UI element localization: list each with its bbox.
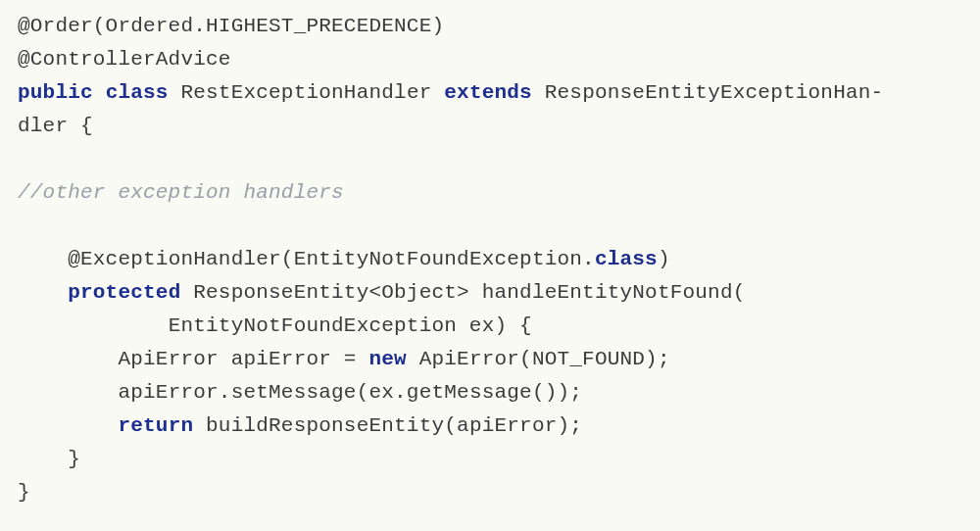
code-comment: //other exception handlers xyxy=(18,181,344,204)
keyword-class: class xyxy=(595,248,658,270)
keyword-public: public xyxy=(18,81,93,104)
code-line: } xyxy=(18,448,80,470)
keyword-extends: extends xyxy=(444,81,532,104)
code-text: @ExceptionHandler(EntityNotFoundExceptio… xyxy=(18,248,595,270)
code-text: ) xyxy=(658,248,670,270)
code-block: @Order(Ordered.HIGHEST_PRECEDENCE) @Cont… xyxy=(18,10,962,509)
code-line: @Order(Ordered.HIGHEST_PRECEDENCE) xyxy=(18,15,444,37)
code-text: buildResponseEntity(apiError); xyxy=(193,414,582,437)
code-line: EntityNotFoundException ex) { xyxy=(18,314,532,337)
code-text xyxy=(18,414,118,437)
code-line: @ControllerAdvice xyxy=(18,48,231,71)
code-text: ResponseEntity<Object> handleEntityNotFo… xyxy=(180,281,745,304)
code-text: ApiError apiError = xyxy=(18,348,368,370)
keyword-new: new xyxy=(368,348,406,370)
code-text xyxy=(18,281,68,304)
keyword-return: return xyxy=(118,414,193,437)
code-text: RestExceptionHandler xyxy=(169,81,445,104)
code-line: dler { xyxy=(18,115,93,137)
code-text: ApiError(NOT_FOUND); xyxy=(407,348,670,370)
code-line: } xyxy=(18,481,30,504)
code-text: ResponseEntityExceptionHan- xyxy=(532,81,883,104)
keyword-protected: protected xyxy=(68,281,180,304)
code-line: apiError.setMessage(ex.getMessage()); xyxy=(18,381,595,404)
keyword-class: class xyxy=(106,81,169,104)
